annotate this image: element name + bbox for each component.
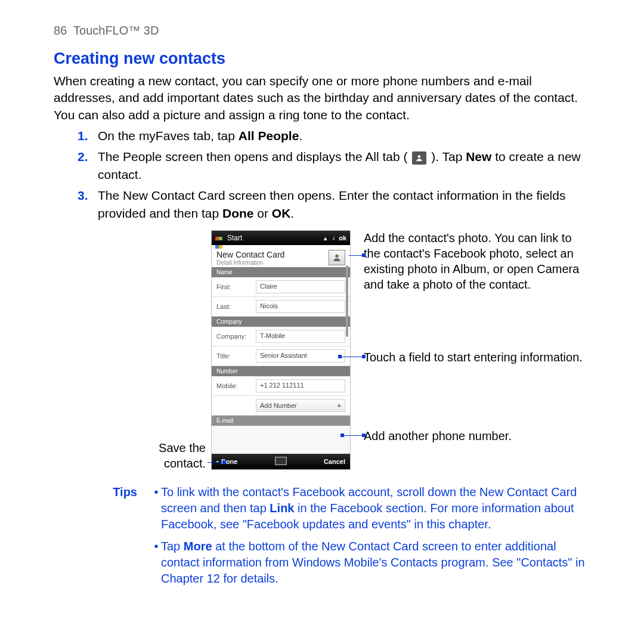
label-mobile: Mobile: — [212, 382, 256, 389]
callout-add-number: Add another phone number. — [364, 428, 590, 444]
row-company: Company: T-Mobile — [212, 327, 350, 346]
step-number: 2. — [78, 148, 88, 165]
people-all-tab-icon — [412, 151, 426, 165]
chapter-name: TouchFLO™ 3D — [73, 24, 159, 37]
person-icon — [332, 253, 342, 262]
bullet-icon: • — [151, 484, 161, 532]
ok-button[interactable]: ok — [339, 234, 346, 242]
input-company[interactable]: T-Mobile — [256, 330, 345, 343]
label-title: Title: — [212, 352, 256, 360]
row-last: Last: Nicols — [212, 297, 350, 317]
page-header: 86 TouchFLO™ 3D — [54, 24, 590, 38]
callout-photo: Add the contact's photo. You can link to… — [364, 230, 590, 292]
row-add-number: Add Number — [212, 396, 350, 416]
section-title: Creating new contacts — [54, 49, 590, 68]
softkey-bar: ▪Done Cancel — [212, 454, 350, 469]
scrollbar[interactable] — [346, 265, 348, 337]
tips-block: Tips • To link with the contact's Facebo… — [54, 484, 590, 593]
start-label[interactable]: Start — [227, 234, 242, 242]
keyboard-icon[interactable] — [275, 457, 287, 465]
page-number: 86 — [54, 24, 67, 37]
phone-screenshot: Start ok New Contact Card Detail Informa… — [211, 230, 351, 470]
section-header-email: E-mail — [212, 416, 350, 426]
callout-field: Touch a field to start entering informat… — [364, 349, 590, 365]
input-last[interactable]: Nicols — [256, 300, 345, 313]
section-header-company: Company — [212, 317, 350, 327]
input-mobile[interactable]: +1 212 112111 — [256, 379, 345, 392]
svg-point-1 — [335, 255, 338, 258]
add-number-label: Add Number — [260, 402, 297, 409]
tips-label: Tips — [54, 484, 151, 593]
phone-top-bar: Start ok — [212, 231, 350, 245]
input-first[interactable]: Claire — [256, 280, 345, 293]
step-1: 1. On the myFaves tab, tap All People. — [54, 127, 590, 144]
label-first: First: — [212, 283, 256, 290]
signal-icon — [323, 234, 329, 242]
bullet-icon: ▪ — [216, 458, 219, 465]
bullet-icon: • — [151, 538, 161, 587]
windows-flag-icon — [215, 234, 224, 242]
add-number-button[interactable]: Add Number — [256, 399, 345, 412]
input-title[interactable]: Senior Assistant — [256, 349, 345, 363]
card-title: New Contact Card — [216, 250, 284, 259]
softkey-done[interactable]: ▪Done — [212, 458, 269, 465]
tip-2: • Tap More at the bottom of the New Cont… — [151, 538, 590, 587]
step-3: 3. The New Contact Card screen then open… — [54, 187, 590, 222]
step-2: 2. The People screen then opens and disp… — [54, 148, 590, 183]
tip-1: • To link with the contact's Facebook ac… — [151, 484, 590, 532]
figure: Start ok New Contact Card Detail Informa… — [54, 230, 590, 475]
add-photo-button[interactable] — [329, 250, 345, 265]
section-header-number: Number — [212, 366, 350, 376]
section-header-name: Name — [212, 267, 350, 277]
intro-paragraph: When creating a new contact, you can spe… — [54, 73, 590, 123]
card-header: New Contact Card Detail Information — [212, 245, 350, 267]
steps-list: 1. On the myFaves tab, tap All People. 2… — [54, 127, 590, 222]
row-first: First: Claire — [212, 277, 350, 297]
callout-save: Save thecontact. — [149, 440, 206, 471]
step-number: 3. — [78, 187, 88, 204]
step-number: 1. — [78, 127, 88, 144]
sound-icon — [332, 234, 336, 242]
svg-point-0 — [418, 155, 421, 158]
plus-icon — [338, 402, 341, 409]
label-last: Last: — [212, 303, 256, 310]
label-company: Company: — [212, 333, 256, 340]
softkey-cancel[interactable]: Cancel — [293, 458, 350, 465]
row-mobile: Mobile: +1 212 112111 — [212, 376, 350, 396]
row-title: Title: Senior Assistant — [212, 346, 350, 366]
card-subtitle: Detail Information — [216, 259, 284, 266]
